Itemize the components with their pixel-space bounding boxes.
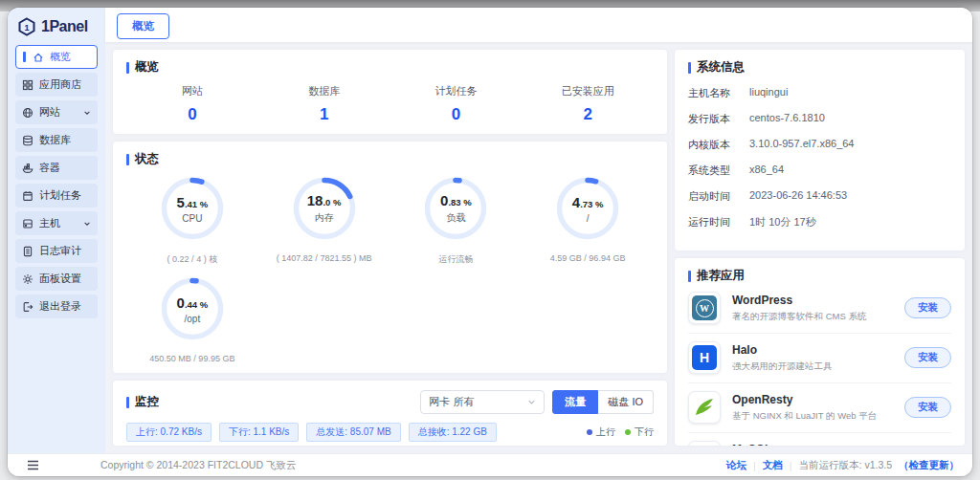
- gauge-value: 18: [307, 192, 323, 208]
- gauge-caption: ( 1407.82 / 7821.55 ) MB: [277, 253, 372, 263]
- info-row-kernel: 内核版本3.10.0-957.el7.x86_64: [688, 138, 951, 152]
- install-wordpress-button[interactable]: 安装: [904, 297, 951, 318]
- gauge-root-disk: 4.73 % / 4.59 GB / 96.94 GB: [522, 175, 654, 266]
- monitor-card: 监控 网卡 所有 流量 磁盘 IO: [113, 381, 667, 446]
- stat-value-link[interactable]: 0: [390, 105, 523, 124]
- main-area: 概览 概览 网站 0 数据库: [105, 8, 972, 453]
- overview-title: 概览: [135, 59, 159, 76]
- hamburger-icon[interactable]: [27, 460, 39, 470]
- legend-up[interactable]: 上行: [587, 425, 615, 439]
- stat-label: 计划任务: [390, 84, 523, 98]
- disk-io-button[interactable]: 磁盘 IO: [598, 390, 654, 414]
- forum-link[interactable]: 论坛: [726, 459, 746, 472]
- docs-link[interactable]: 文档: [763, 459, 783, 472]
- nic-select-value: 网卡 所有: [429, 395, 474, 409]
- sidebar-item-cronjob[interactable]: 计划任务: [15, 184, 98, 207]
- chevron-down-icon: [527, 398, 536, 406]
- section-marker: [126, 62, 129, 74]
- info-row-hostname: 主机名称liuqingui: [688, 86, 951, 100]
- divider: |: [753, 460, 756, 471]
- sidebar-item-label: 数据库: [39, 133, 71, 147]
- gauge-memory: 18.0 % 内存 ( 1407.82 / 7821.55 ) MB: [258, 175, 390, 266]
- hexagon-1-icon: 1: [17, 17, 36, 36]
- sidebar-item-container[interactable]: 容器: [15, 156, 98, 180]
- gauge-load: 0.83 % 负载 运行流畅: [390, 175, 523, 266]
- gauge-value: 4: [572, 194, 580, 210]
- sidebar-item-label: 面板设置: [39, 272, 81, 286]
- divider: |: [790, 460, 792, 471]
- brand-logo[interactable]: 1 1Panel: [8, 8, 105, 45]
- sidebar: 1 1Panel 概览 应用商店 网站 数据库: [8, 8, 105, 453]
- system-info-title: 系统信息: [697, 59, 745, 76]
- stat-databases: 数据库 1: [258, 84, 390, 124]
- traffic-button[interactable]: 流量: [552, 390, 598, 414]
- legend-up-label: 上行: [596, 426, 615, 437]
- globe-icon: [22, 107, 33, 119]
- legend-down[interactable]: 下行: [625, 425, 654, 439]
- tag-upstream: 上行: 0.72 KB/s: [126, 423, 212, 442]
- sidebar-item-label: 日志审计: [39, 244, 81, 258]
- sidebar-item-logs[interactable]: 日志审计: [15, 239, 98, 263]
- stat-value-link[interactable]: 0: [126, 105, 258, 124]
- system-info-card: 系统信息 主机名称liuqingui 发行版本centos-7.6.1810 内…: [675, 50, 965, 251]
- app-window: 1 1Panel 概览 应用商店 网站 数据库: [8, 8, 972, 476]
- status-card: 状态 5.41 % CPU: [113, 142, 667, 373]
- info-row-uptime: 运行时间1时 10分 17秒: [688, 215, 951, 229]
- sidebar-item-overview[interactable]: 概览: [15, 45, 98, 69]
- gauge-caption: ( 0.22 / 4 ) 核: [167, 253, 218, 266]
- check-update-link[interactable]: （检查更新）: [899, 459, 959, 472]
- monitor-title: 监控: [135, 394, 159, 410]
- sidebar-item-label: 网站: [39, 105, 60, 120]
- sidebar-item-host[interactable]: 主机: [15, 211, 98, 235]
- sidebar-item-label: 退出登录: [39, 299, 81, 314]
- nic-select[interactable]: 网卡 所有: [420, 390, 545, 414]
- home-icon: [33, 52, 44, 63]
- sidebar-item-database[interactable]: 数据库: [15, 128, 98, 152]
- app-row-mysql: MySQL MySQL MySQL 开源关系型数据库 安装: [688, 433, 951, 446]
- stat-websites: 网站 0: [126, 84, 258, 124]
- app-name: OpenResty: [732, 393, 897, 406]
- info-row-boot-time: 启动时间2023-06-26 14:46:53: [688, 189, 951, 204]
- install-halo-button[interactable]: 安装: [904, 347, 951, 368]
- container-icon: [22, 163, 33, 174]
- logout-icon: [22, 301, 33, 313]
- openresty-icon: [688, 391, 721, 424]
- sidebar-item-label: 应用商店: [39, 77, 81, 92]
- mysql-icon: MySQL: [688, 441, 721, 446]
- sidebar-item-logout[interactable]: 退出登录: [15, 295, 98, 318]
- stat-value-link[interactable]: 2: [522, 105, 654, 124]
- recommended-apps-title: 推荐应用: [697, 268, 745, 284]
- chevron-down-icon: [83, 220, 91, 228]
- app-name: MySQL: [732, 443, 897, 447]
- gauge-label: 内存: [315, 211, 334, 225]
- stat-value-link[interactable]: 1: [258, 105, 390, 124]
- info-row-release: 发行版本centos-7.6.1810: [688, 112, 951, 126]
- tag-total-received: 总接收: 1.22 GB: [409, 423, 497, 442]
- sidebar-item-settings[interactable]: 面板设置: [15, 267, 98, 291]
- app-name: WordPress: [732, 294, 897, 307]
- legend-up-dot: [587, 429, 592, 435]
- sidebar-item-label: 概览: [50, 50, 71, 64]
- gauge-value: 0: [177, 295, 185, 311]
- status-title: 状态: [135, 151, 159, 167]
- svg-text:1: 1: [24, 23, 29, 33]
- tab-overview[interactable]: 概览: [117, 13, 169, 39]
- stat-label: 已安装应用: [522, 84, 654, 98]
- gauge-cpu: 5.41 % CPU ( 0.22 / 4 ) 核: [126, 175, 258, 266]
- gauge-value-frac: .0 %: [323, 197, 341, 207]
- sidebar-item-app-store[interactable]: 应用商店: [15, 73, 98, 97]
- legend-down-label: 下行: [635, 426, 654, 437]
- legend-down-dot: [625, 429, 631, 435]
- section-marker: [688, 271, 691, 282]
- install-openresty-button[interactable]: 安装: [904, 397, 951, 418]
- section-marker: [688, 62, 691, 74]
- sidebar-item-website[interactable]: 网站: [15, 100, 98, 124]
- gauge-value-frac: .73 %: [580, 199, 603, 209]
- sidebar-item-label: 主机: [39, 216, 60, 230]
- gauge-value-frac: .44 %: [185, 299, 208, 310]
- app-row-wordpress: W WordPress 著名的开源博客软件和 CMS 系统 安装: [688, 284, 951, 334]
- selected-indicator: [23, 52, 26, 62]
- grid-icon: [22, 79, 33, 91]
- footer: Copyright © 2014-2023 FIT2CLOUD 飞致云 论坛 |…: [8, 453, 972, 476]
- calendar-icon: [22, 190, 33, 202]
